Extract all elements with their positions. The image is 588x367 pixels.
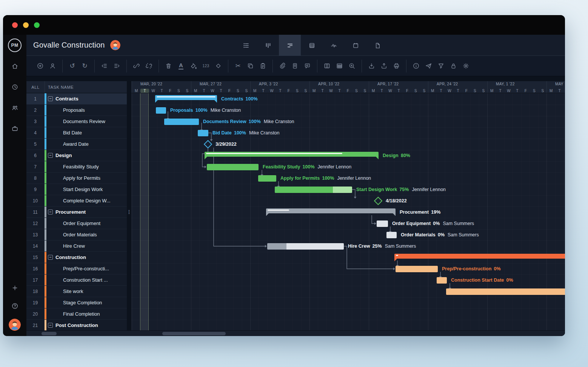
add-task-icon[interactable] xyxy=(34,60,46,72)
task-row-17[interactable]: 17Construction Start ... xyxy=(26,274,127,286)
task-row-11[interactable]: 11−Procurement xyxy=(26,207,127,218)
number-format-icon[interactable]: 123 xyxy=(200,60,212,72)
app-logo[interactable]: PM xyxy=(3,35,26,56)
rail-clock-icon[interactable] xyxy=(3,77,26,97)
redo-icon[interactable]: ↻ xyxy=(79,60,91,72)
notes-icon[interactable] xyxy=(289,60,301,72)
task-bar-bar[interactable] xyxy=(446,288,565,295)
outdent-icon[interactable] xyxy=(98,60,111,72)
print-icon[interactable] xyxy=(390,60,403,72)
task-row-1[interactable]: 1−Contracts xyxy=(26,93,127,105)
collapse-icon[interactable]: − xyxy=(48,96,53,101)
import-icon[interactable] xyxy=(365,60,378,72)
columns-icon[interactable] xyxy=(321,60,333,72)
task-row-16[interactable]: 16Prep/Pre-constructi... xyxy=(26,263,127,274)
summary-bar-design[interactable] xyxy=(205,152,379,157)
lock-icon[interactable] xyxy=(447,60,460,72)
column-all[interactable]: ALL xyxy=(26,85,45,89)
unlink-tasks-icon[interactable] xyxy=(143,60,155,72)
export-icon[interactable] xyxy=(378,60,390,72)
fill-color-icon[interactable] xyxy=(187,60,200,72)
summary-bar-procurement[interactable] xyxy=(266,208,396,213)
tab-document[interactable] xyxy=(366,35,388,56)
zoom-button[interactable] xyxy=(34,22,40,28)
project-owner-avatar[interactable] xyxy=(110,40,120,50)
paste-icon[interactable] xyxy=(257,60,269,72)
task-row-18[interactable]: 18Site work xyxy=(26,286,127,297)
task-bar-documents-review[interactable] xyxy=(164,119,199,125)
gantt-scrollbar[interactable] xyxy=(162,332,226,335)
info-icon[interactable] xyxy=(410,60,422,72)
assign-user-icon[interactable] xyxy=(46,60,59,72)
rail-portfolio-icon[interactable] xyxy=(3,118,26,139)
rail-home-icon[interactable] xyxy=(3,56,26,77)
rail-team-icon[interactable] xyxy=(3,97,26,118)
table-icon[interactable] xyxy=(333,60,346,72)
indent-icon[interactable] xyxy=(111,60,123,72)
text-color-icon[interactable]: A xyxy=(175,60,187,72)
comment-icon[interactable] xyxy=(301,60,314,72)
toolbar-group xyxy=(126,60,155,72)
tab-activity[interactable] xyxy=(323,35,345,56)
task-bar-order-materials[interactable] xyxy=(386,232,397,238)
tab-sheet[interactable] xyxy=(301,35,323,56)
task-row-10[interactable]: 10Complete Design W... xyxy=(26,195,127,207)
day-cell: W xyxy=(505,89,513,93)
task-name-label: −Design xyxy=(46,150,127,161)
task-row-13[interactable]: 13Order Materials xyxy=(26,229,127,241)
task-bar-bid-date[interactable] xyxy=(198,130,208,136)
task-row-6[interactable]: 6−Design xyxy=(26,150,127,161)
summary-bar-contracts[interactable] xyxy=(155,95,217,100)
settings-icon[interactable] xyxy=(460,60,472,72)
task-bar-prep-pre-construction[interactable] xyxy=(396,266,438,272)
tab-list[interactable] xyxy=(235,35,257,56)
task-bar-hire-crew[interactable] xyxy=(267,243,344,250)
day-cell: S xyxy=(411,89,420,93)
task-row-12[interactable]: 12Order Equipment xyxy=(26,218,127,229)
task-row-4[interactable]: 4Bid Date xyxy=(26,127,127,139)
rail-add-icon[interactable] xyxy=(3,279,26,297)
tab-calendar[interactable] xyxy=(345,35,366,56)
summary-bar-bar[interactable] xyxy=(394,254,565,259)
column-task-name[interactable]: TASK NAME xyxy=(45,81,74,93)
task-bar-order-equipment[interactable] xyxy=(377,221,388,227)
collapse-icon[interactable]: − xyxy=(48,153,53,158)
copy-icon[interactable] xyxy=(244,60,257,72)
task-row-3[interactable]: 3Documents Review xyxy=(26,116,127,127)
task-row-5[interactable]: 5Award Date xyxy=(26,139,127,150)
task-bar-start-design-work[interactable] xyxy=(275,187,352,193)
tab-board[interactable] xyxy=(257,35,279,56)
task-bar-apply-for-permits[interactable] xyxy=(258,175,276,182)
filter-icon[interactable] xyxy=(435,60,447,72)
task-row-21[interactable]: 21−Post Construction xyxy=(26,320,127,330)
link-tasks-icon[interactable] xyxy=(130,60,143,72)
task-bar-feasibility-study[interactable] xyxy=(207,164,259,170)
share-icon[interactable] xyxy=(422,60,435,72)
close-button[interactable] xyxy=(12,22,18,28)
milestone-icon[interactable] xyxy=(212,60,225,72)
task-row-15[interactable]: 15−Construction xyxy=(26,252,127,263)
minimize-button[interactable] xyxy=(23,22,29,28)
task-row-8[interactable]: 8Apply for Permits xyxy=(26,173,127,184)
user-avatar[interactable] xyxy=(9,319,21,331)
undo-icon[interactable]: ↺ xyxy=(66,60,79,72)
collapse-icon[interactable]: − xyxy=(48,255,53,260)
zoom-in-icon[interactable] xyxy=(346,60,358,72)
rail-help-icon[interactable] xyxy=(3,297,26,315)
tab-gantt[interactable] xyxy=(279,35,301,56)
task-row-7[interactable]: 7Feasibility Study xyxy=(26,161,127,173)
task-bar-construction-start-date[interactable] xyxy=(437,277,447,284)
task-row-19[interactable]: 19Stage Completion xyxy=(26,297,127,308)
cut-icon[interactable]: ✂ xyxy=(232,60,244,72)
panel-resize-handle[interactable]: ••• xyxy=(127,81,131,330)
task-row-9[interactable]: 9Start Design Work xyxy=(26,184,127,195)
task-row-20[interactable]: 20Final Completion xyxy=(26,308,127,320)
delete-icon[interactable] xyxy=(162,60,175,72)
task-row-14[interactable]: 14Hire Crew xyxy=(26,241,127,252)
task-row-2[interactable]: 2Proposals xyxy=(26,105,127,116)
task-bar-proposals[interactable] xyxy=(156,107,166,114)
attachment-icon[interactable] xyxy=(276,60,289,72)
task-list-scrollbar[interactable] xyxy=(42,332,57,335)
collapse-icon[interactable]: − xyxy=(48,323,53,328)
collapse-icon[interactable]: − xyxy=(48,210,53,214)
